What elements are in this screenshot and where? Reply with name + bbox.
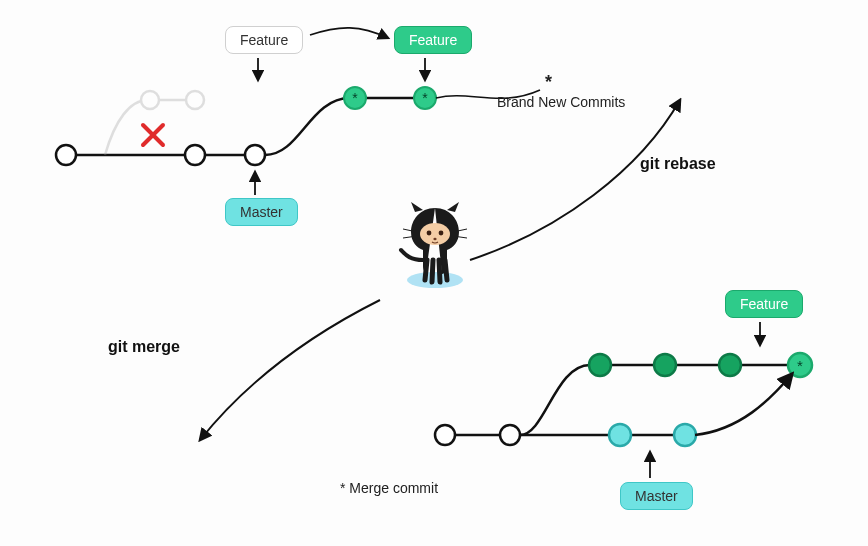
brand-new-commits-label: Brand New Commits bbox=[497, 94, 625, 110]
feature-commit bbox=[719, 354, 741, 376]
commit-node bbox=[56, 145, 76, 165]
commit-node bbox=[185, 145, 205, 165]
svg-line-22 bbox=[439, 260, 440, 282]
merge-commit: * bbox=[788, 353, 812, 377]
feature-pill-old: Feature bbox=[225, 26, 303, 54]
sweep-merge bbox=[200, 300, 380, 440]
master-pill-top: Master bbox=[225, 198, 298, 226]
rebased-commit: * bbox=[414, 87, 436, 109]
star-symbol: * bbox=[545, 72, 552, 93]
commit-node bbox=[674, 424, 696, 446]
svg-line-20 bbox=[425, 260, 427, 280]
svg-point-15 bbox=[433, 238, 436, 240]
commit-node bbox=[500, 425, 520, 445]
cmd-rebase: git rebase bbox=[640, 155, 716, 173]
feature-commit bbox=[589, 354, 611, 376]
cmd-merge: git merge bbox=[108, 338, 180, 356]
sweep-rebase bbox=[470, 100, 680, 260]
svg-line-23 bbox=[445, 260, 447, 280]
master-pill-bottom: Master bbox=[620, 482, 693, 510]
svg-text:*: * bbox=[797, 357, 803, 374]
feature-pill-bottom: Feature bbox=[725, 290, 803, 318]
commit-node bbox=[609, 424, 631, 446]
feature-pill-new: Feature bbox=[394, 26, 472, 54]
commit-node bbox=[435, 425, 455, 445]
svg-line-21 bbox=[432, 260, 433, 282]
svg-point-13 bbox=[427, 231, 432, 236]
arrow-feature-move bbox=[310, 28, 388, 38]
feature-commit bbox=[654, 354, 676, 376]
commit-node bbox=[245, 145, 265, 165]
merge-commit-note: * Merge commit bbox=[340, 480, 438, 496]
svg-point-12 bbox=[420, 223, 450, 245]
delete-icon bbox=[143, 125, 163, 145]
svg-text:*: * bbox=[422, 90, 428, 106]
svg-point-3 bbox=[186, 91, 204, 109]
rebased-commit: * bbox=[344, 87, 366, 109]
svg-point-2 bbox=[141, 91, 159, 109]
svg-point-14 bbox=[439, 231, 444, 236]
merge-graph: * bbox=[0, 280, 868, 546]
svg-text:*: * bbox=[352, 90, 358, 106]
